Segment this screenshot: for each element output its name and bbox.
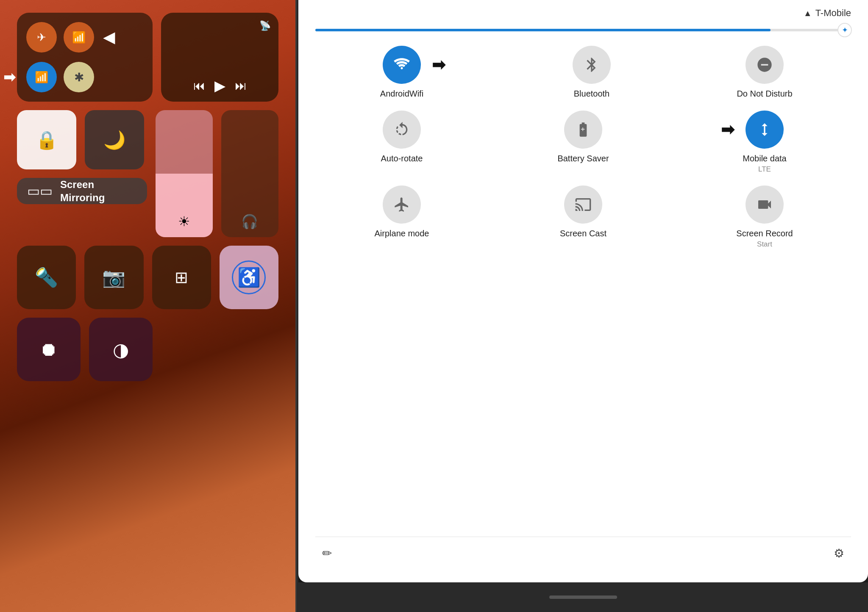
android-tiles-grid: ➡ AndroidWifi Bluetooth	[315, 42, 851, 257]
tile-wifi-circle[interactable]: ➡	[383, 46, 421, 84]
night-mode-icon: 🌙	[103, 130, 125, 150]
tile-airplane[interactable]: Airplane mode	[315, 186, 488, 249]
android-brightness-icon: ✦	[842, 25, 848, 35]
ios-accessibility-button[interactable]: ♿	[220, 246, 278, 309]
mobile-data-icon	[756, 121, 773, 138]
screen-record-icon	[756, 196, 773, 213]
ios-screen-mirror-icon: ▭▭	[27, 183, 53, 199]
annotation-arrow-wifi-android: ➡	[432, 55, 445, 74]
ios-rewind-button[interactable]: ⏮	[193, 79, 205, 93]
android-settings-button[interactable]: ⚙	[831, 544, 847, 563]
tile-screen-cast-label: Screen Cast	[560, 229, 606, 238]
tile-dnd-circle[interactable]	[746, 46, 784, 84]
ios-orientation-lock-button[interactable]: 🔒	[17, 110, 76, 169]
ios-qr-button[interactable]: ⊞	[152, 246, 211, 309]
tile-mobile-data-sublabel: LTE	[758, 165, 771, 174]
tile-bluetooth-circle[interactable]	[573, 46, 611, 84]
android-brightness-track[interactable]: ✦	[315, 29, 851, 31]
autorotate-icon	[393, 121, 410, 138]
ios-bluetooth-button[interactable]: ✱	[64, 62, 94, 92]
tile-screen-record-label: Screen Record	[736, 229, 793, 238]
signal-bars-icon: ▲	[804, 8, 812, 18]
android-home-indicator	[549, 595, 617, 599]
ios-utilities-row: 🔦 📷 ⊞ ♿	[17, 246, 278, 309]
ios-cast-icon: 📡	[259, 20, 271, 31]
ios-wifi-button[interactable]: ➡ 📶	[26, 62, 57, 92]
carrier-label: T-Mobile	[815, 8, 851, 19]
camera-icon: 📷	[102, 266, 125, 288]
ios-invert-button[interactable]: ◑	[89, 318, 153, 381]
tile-dnd-label: Do Not Disturb	[737, 89, 792, 99]
accessibility-icon: ♿	[232, 260, 266, 294]
screen-cast-icon	[575, 196, 592, 213]
tile-dnd[interactable]: Do Not Disturb	[678, 46, 851, 99]
tile-bluetooth-label: Bluetooth	[574, 89, 610, 99]
wifi-icon	[393, 56, 411, 74]
tile-mobile-data[interactable]: ➡ Mobile data LTE	[678, 111, 851, 174]
ios-airplane-mode-button[interactable]: ✈	[26, 22, 57, 53]
android-brightness-fill	[315, 29, 771, 31]
ios-extras-row: ⏺ ◑	[17, 318, 278, 381]
tile-screen-cast-circle[interactable]	[564, 186, 602, 224]
android-statusbar: ▲ T-Mobile	[315, 0, 851, 23]
tile-mobile-data-label: Mobile data	[743, 154, 786, 163]
ios-connectivity-block: ✈ 📶 ◀ ➡ 📶 ✱	[17, 13, 153, 102]
android-navbar	[298, 582, 868, 612]
tile-airplane-label: Airplane mode	[375, 229, 429, 238]
ios-media-block: 📡 ⏮ ▶ ⏭	[161, 13, 278, 102]
tile-screen-record-circle[interactable]	[746, 186, 784, 224]
tile-battery-saver[interactable]: Battery Saver	[497, 111, 670, 174]
android-brightness-row[interactable]: ✦	[315, 23, 851, 42]
airplane-icon: ✈	[37, 31, 46, 44]
airplane-mode-icon	[393, 196, 410, 213]
ios-flashlight-button[interactable]: 🔦	[17, 246, 76, 309]
ios-camera-button[interactable]: 📷	[84, 246, 143, 309]
ios-screen-mirror-label: Screen Mirroring	[60, 178, 137, 204]
tile-screen-record-sublabel: Start	[757, 240, 772, 249]
tile-screen-record[interactable]: Screen Record Start	[678, 186, 851, 249]
tile-bluetooth[interactable]: Bluetooth	[514, 46, 670, 99]
ios-volume-slider[interactable]: 🎧	[221, 110, 278, 237]
android-quick-settings: ▲ T-Mobile ✦ ➡	[298, 0, 868, 582]
cellular-icon: 📶	[72, 31, 86, 44]
ios-brightness-slider[interactable]: ☀	[156, 110, 213, 237]
ios-fastforward-button[interactable]: ⏭	[235, 79, 247, 93]
annotation-arrow-cellular: ◀	[103, 29, 114, 46]
tile-battery-saver-label: Battery Saver	[557, 154, 609, 163]
tile-wifi-label: AndroidWifi	[380, 89, 423, 99]
android-panel: ▲ T-Mobile ✦ ➡	[298, 0, 868, 612]
tile-autorotate-label: Auto-rotate	[381, 154, 423, 163]
ios-play-button[interactable]: ▶	[214, 77, 225, 94]
annotation-arrow-wifi: ➡	[3, 69, 15, 86]
tile-mobile-data-circle[interactable]: ➡	[746, 111, 784, 149]
dnd-icon	[756, 56, 773, 73]
annotation-arrow-mobile-data: ➡	[721, 120, 734, 139]
qr-icon: ⊞	[175, 268, 188, 287]
tile-battery-saver-circle[interactable]	[564, 111, 602, 149]
ios-brightness-icon: ☀	[178, 213, 190, 230]
tile-autorotate[interactable]: Auto-rotate	[315, 111, 488, 174]
android-edit-button[interactable]: ✏	[320, 544, 334, 563]
battery-saver-icon	[575, 121, 592, 138]
tile-screen-cast[interactable]: Screen Cast	[497, 186, 670, 249]
record-icon: ⏺	[39, 339, 58, 360]
bluetooth-icon	[583, 56, 600, 73]
flashlight-icon: 🔦	[35, 266, 58, 288]
android-brightness-thumb[interactable]: ✦	[837, 23, 852, 37]
ios-record-button[interactable]: ⏺	[17, 318, 81, 381]
android-bottom-bar: ✏ ⚙	[315, 537, 851, 570]
wifi-icon: 📶	[35, 71, 48, 84]
orientation-lock-icon: 🔒	[36, 130, 58, 150]
ios-night-mode-button[interactable]: 🌙	[85, 110, 144, 169]
tile-autorotate-circle[interactable]	[383, 111, 421, 149]
ios-volume-icon: 🎧	[241, 213, 258, 230]
tile-airplane-circle[interactable]	[383, 186, 421, 224]
bluetooth-icon: ✱	[74, 70, 84, 84]
ios-screen-mirror-button[interactable]: ▭▭ Screen Mirroring	[17, 178, 147, 204]
ios-control-center: ✈ 📶 ◀ ➡ 📶 ✱	[0, 0, 297, 612]
tile-wifi[interactable]: ➡ AndroidWifi	[315, 46, 488, 99]
ios-cellular-button[interactable]: 📶 ◀	[64, 22, 94, 53]
invert-icon: ◑	[113, 339, 129, 360]
